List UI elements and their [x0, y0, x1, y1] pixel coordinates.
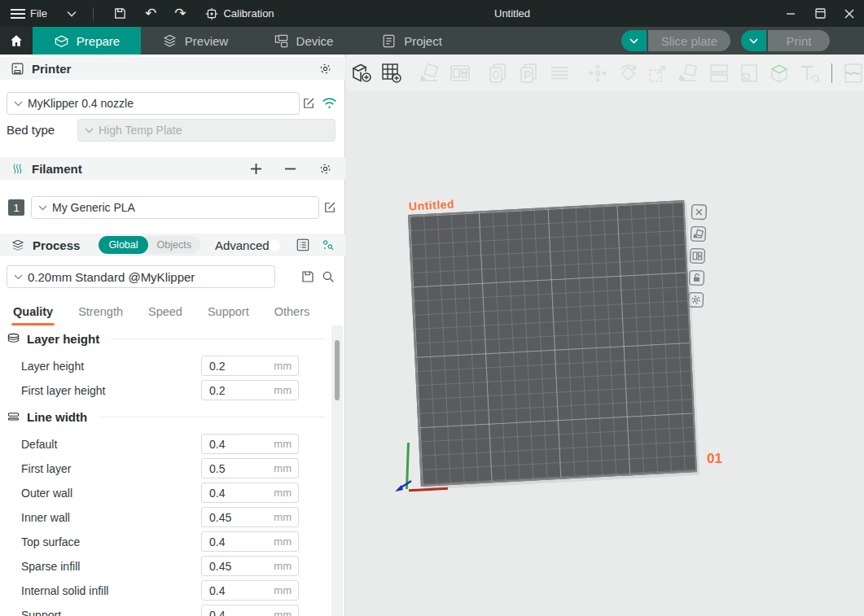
lock-icon [688, 269, 706, 287]
tab-support[interactable]: Support [208, 305, 249, 320]
parameter-list: Layer height Layer height mm First layer… [0, 325, 332, 616]
lock-plate-button[interactable] [688, 269, 706, 287]
preset-list-button[interactable] [296, 238, 310, 252]
seam-painting-button[interactable] [840, 61, 864, 85]
auto-orient-button[interactable] [418, 61, 441, 85]
param-unit: mm [274, 609, 298, 616]
param-value-input[interactable] [202, 535, 267, 548]
process-scope-toggle: Global Objects [99, 236, 200, 254]
cut-button[interactable] [707, 61, 730, 85]
tab-prepare[interactable]: Prepare [33, 27, 141, 55]
home-button[interactable] [0, 27, 33, 55]
param-input-sparse-infill: mm [201, 556, 299, 576]
param-input-inner-wall: mm [201, 507, 299, 527]
file-menu-button[interactable]: File [11, 7, 47, 20]
save-preset-button[interactable] [300, 269, 315, 284]
scope-global-button[interactable]: Global [99, 236, 147, 254]
split-to-parts-button[interactable] [517, 61, 541, 85]
undo-button[interactable]: ↶ [145, 7, 156, 20]
filament-settings-button[interactable] [318, 162, 332, 176]
minus-icon [284, 163, 296, 175]
move-button[interactable] [586, 61, 609, 85]
tab-preview[interactable]: Preview [141, 27, 249, 55]
param-unit: mm [274, 535, 298, 548]
edit-filament-button[interactable] [322, 200, 337, 215]
process-icon [11, 238, 25, 252]
scrollbar-track[interactable] [331, 325, 343, 616]
param-value-input[interactable] [202, 384, 267, 397]
param-input-first-layer-height: mm [201, 380, 299, 400]
plate-settings-button[interactable] [687, 291, 705, 309]
printer-settings-button[interactable] [318, 62, 332, 76]
auto-orient-icon [419, 62, 441, 85]
tab-strength[interactable]: Strength [78, 305, 123, 320]
parameter-search-button[interactable] [321, 238, 335, 252]
orient-plate-button[interactable] [690, 225, 708, 243]
filament-preset-select[interactable]: My Generic PLA [31, 196, 319, 219]
param-value-input[interactable] [202, 560, 267, 573]
filament-preset-value: My Generic PLA [52, 201, 135, 214]
printer-connection-button[interactable] [322, 97, 337, 109]
chevron-down-icon [629, 38, 638, 44]
color-painting-icon [768, 62, 791, 85]
main-tab-bar: Prepare Preview Device Project [0, 27, 864, 55]
text-icon [798, 62, 821, 85]
rotate-button[interactable] [616, 61, 640, 85]
scrollbar-thumb[interactable] [335, 340, 340, 400]
arrange-plate-button[interactable] [689, 247, 707, 265]
scale-button[interactable] [647, 61, 670, 85]
remove-filament-button[interactable] [284, 163, 296, 175]
print-button[interactable]: Print [768, 30, 830, 51]
scale-icon [647, 62, 669, 85]
printer-preset-select[interactable]: MyKlipper 0.4 nozzle [7, 92, 300, 115]
add-object-button[interactable] [349, 61, 373, 85]
bed-type-select[interactable]: High Temp Plate [77, 119, 336, 142]
text-tool-button[interactable] [798, 61, 822, 85]
calibration-button[interactable]: Calibration [205, 7, 274, 20]
toolbar-separator [831, 63, 832, 83]
slice-options-button[interactable] [621, 30, 647, 51]
slice-plate-button[interactable]: Slice plate [648, 30, 730, 51]
search-settings-button[interactable] [321, 269, 336, 284]
param-value-input[interactable] [202, 609, 267, 616]
delete-plate-button[interactable] [691, 203, 708, 221]
param-unit: mm [274, 584, 298, 596]
gear-icon [318, 62, 332, 76]
param-value-input[interactable] [202, 487, 267, 500]
param-value-input[interactable] [202, 511, 267, 524]
color-painting-button[interactable] [767, 61, 791, 85]
maximize-button[interactable] [805, 0, 835, 27]
file-menu-chevron[interactable] [67, 11, 77, 17]
tab-speed[interactable]: Speed [148, 305, 182, 320]
process-preset-select[interactable]: 0.20mm Standard @MyKlipper [7, 265, 275, 288]
parameter-tab-bar: Quality Strength Speed Support Others [0, 299, 332, 325]
chevron-down-icon [749, 38, 758, 44]
add-filament-button[interactable] [250, 163, 262, 175]
lay-on-face-button[interactable] [677, 61, 700, 85]
redo-button[interactable]: ↷ [174, 7, 186, 20]
printer-section-title: Printer [32, 62, 71, 76]
param-value-input[interactable] [202, 584, 267, 597]
close-button[interactable] [835, 0, 864, 27]
tab-project[interactable]: Project [357, 27, 466, 55]
add-plate-button[interactable] [379, 61, 403, 85]
arrange-button[interactable] [449, 61, 472, 85]
tab-others[interactable]: Others [274, 305, 310, 320]
tab-quality[interactable]: Quality [13, 305, 53, 320]
param-value-input[interactable] [202, 462, 267, 475]
edit-printer-button[interactable] [301, 96, 316, 111]
param-value-input[interactable] [202, 438, 267, 451]
variable-layer-height-button[interactable] [547, 61, 571, 85]
tab-device[interactable]: Device [249, 27, 357, 55]
viewport-3d[interactable]: Untitled 01 [346, 55, 864, 616]
minimize-button[interactable] [776, 0, 805, 27]
save-button[interactable] [113, 7, 127, 20]
param-unit: mm [274, 511, 298, 523]
print-options-button[interactable] [741, 30, 766, 51]
scope-objects-button[interactable]: Objects [148, 239, 200, 251]
split-to-objects-button[interactable] [487, 61, 511, 85]
build-plate[interactable] [408, 200, 697, 487]
param-value-input[interactable] [202, 360, 267, 373]
add-plate-icon [380, 62, 403, 85]
fill-button[interactable] [737, 61, 761, 85]
